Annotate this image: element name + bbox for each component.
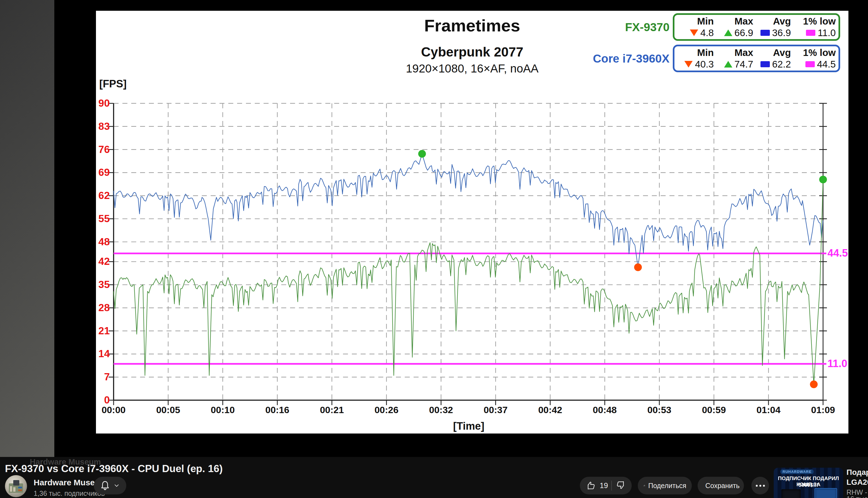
y-tick-label: 21 [87, 326, 110, 337]
low1-marker-icon [805, 61, 815, 67]
x-tick-label: 00:32 [420, 405, 462, 415]
stat-header-avg: Avg [773, 15, 791, 27]
x-axis-title: [Time] [447, 420, 491, 432]
video-title: FX-9370 vs Core i7-3960X - CPU Duel (ep.… [5, 463, 223, 475]
reference-line-label: 44.5 [828, 247, 848, 259]
stat-header-max: Max [735, 15, 753, 27]
notifications-button[interactable] [94, 477, 126, 495]
x-tick-label: 00:53 [638, 405, 680, 415]
dots-icon [756, 485, 758, 487]
min-marker-icon [690, 29, 698, 36]
thumbnail-brand-badge: RUHARDWARE [780, 469, 814, 474]
thumbs-down-icon [615, 480, 626, 490]
y-tick-label: 14 [87, 348, 110, 359]
min-marker-icon [684, 61, 692, 67]
x-tick-label: 01:04 [748, 405, 789, 415]
thumbnail-text-line2: 5000$!!! [774, 482, 843, 488]
frametimes-plot [114, 103, 823, 400]
recommended-video-thumbnail[interactable]: RUHARDWARE ПОДПИСЧИК ПОДАРИЛ КОМП ЗА 500… [774, 468, 843, 498]
legend-label-fx9370: FX-9370 [579, 21, 670, 34]
share-label: Поделиться [648, 482, 686, 490]
motherboard-image [815, 488, 837, 498]
x-tick-label: 00:21 [311, 405, 353, 415]
x-tick-label: 00:10 [202, 405, 244, 415]
low1-marker-icon [806, 30, 815, 36]
max-marker-icon [724, 29, 732, 36]
bell-icon [99, 480, 111, 492]
y-tick-label: 90 [87, 98, 110, 109]
x-tick-label: 00:05 [147, 405, 189, 415]
fx-low1-value: 11.0 [818, 27, 836, 39]
y-tick-label: 69 [87, 167, 110, 178]
channel-subscribers: 1,36 тыс. подписчиков [34, 489, 105, 497]
chevron-down-icon [113, 482, 121, 490]
frametimes-chart-card: Frametimes Cyberpunk 2077 1920×1080, 16×… [96, 11, 848, 433]
stat-header-max: Max [735, 47, 753, 58]
y-tick-label: 48 [87, 236, 110, 248]
avg-marker-icon [761, 61, 770, 67]
y-tick-label: 62 [87, 190, 110, 201]
i7-low1-value: 44.5 [817, 58, 836, 70]
i7-avg-value: 62.2 [772, 58, 791, 70]
recommended-video-title-line2[interactable]: LGA2011 [846, 478, 868, 487]
x-tick-label: 01:09 [802, 405, 844, 415]
fx-max-value: 66.9 [735, 27, 753, 39]
y-tick-label: 55 [87, 213, 110, 224]
x-tick-label: 00:37 [475, 405, 516, 415]
x-tick-label: 00:42 [529, 405, 571, 415]
like-dislike-divider [611, 481, 612, 490]
y-tick-label: 28 [87, 302, 110, 313]
recommended-video-title-line1[interactable]: Подарил [846, 468, 868, 477]
like-count: 19 [600, 482, 608, 490]
thumbs-up-icon [586, 480, 596, 491]
y-tick-label: 7 [87, 371, 110, 382]
legend-label-i7-3960x: Core i7-3960X [579, 52, 670, 65]
x-tick-label: 00:16 [257, 405, 298, 415]
more-actions-button[interactable] [751, 477, 769, 495]
i7-min-value: 40.3 [695, 58, 714, 70]
recommended-video-views: 16 тыс. п [846, 495, 868, 498]
stat-header-1pct-low: 1% low [803, 47, 836, 58]
stats-box-fx9370: Min 4.8 Max 66.9 Avg 36.9 1% low 11.0 [673, 13, 840, 41]
max-marker-icon [724, 61, 732, 67]
y-tick-label: 83 [87, 121, 110, 132]
pc-case-image [781, 489, 801, 498]
y-tick-label: 0 [87, 395, 110, 406]
y-axis-title: [FPS] [99, 78, 127, 90]
x-tick-label: 00:59 [693, 405, 735, 415]
x-tick-label: 00:00 [93, 405, 134, 415]
stat-header-avg: Avg [773, 47, 791, 58]
stats-box-i7-3960x: Min 40.3 Max 74.7 Avg 62.2 1% low 44.5 [673, 45, 840, 72]
like-button[interactable]: 19 [586, 480, 608, 491]
left-gutter-panel [0, 0, 54, 457]
share-icon [643, 480, 646, 491]
avg-marker-icon [761, 30, 770, 36]
y-tick-label: 76 [87, 144, 110, 155]
channel-avatar[interactable] [5, 475, 27, 497]
stat-header-min: Min [697, 15, 714, 27]
share-button[interactable]: Поделиться [638, 477, 692, 495]
y-tick-label: 35 [87, 279, 110, 290]
youtube-below-player: Hardware Museum FX-9370 vs Core i7-3960X… [0, 457, 868, 498]
reference-line-label: 11.0 [828, 358, 847, 369]
stat-header-1pct-low: 1% low [803, 15, 836, 27]
fx-min-value: 4.8 [700, 27, 714, 39]
save-label: Сохранить [705, 482, 739, 490]
fx-avg-value: 36.9 [772, 27, 791, 39]
like-dislike-group: 19 [580, 477, 632, 495]
dislike-button[interactable] [615, 480, 626, 492]
save-button[interactable]: Сохранить [698, 477, 744, 495]
y-tick-label: 42 [87, 256, 110, 267]
video-player-area[interactable]: Frametimes Cyberpunk 2077 1920×1080, 16×… [54, 0, 868, 457]
x-tick-label: 00:48 [584, 405, 625, 415]
stat-header-min: Min [697, 47, 714, 58]
i7-max-value: 74.7 [735, 58, 753, 70]
x-tick-label: 00:26 [366, 405, 407, 415]
